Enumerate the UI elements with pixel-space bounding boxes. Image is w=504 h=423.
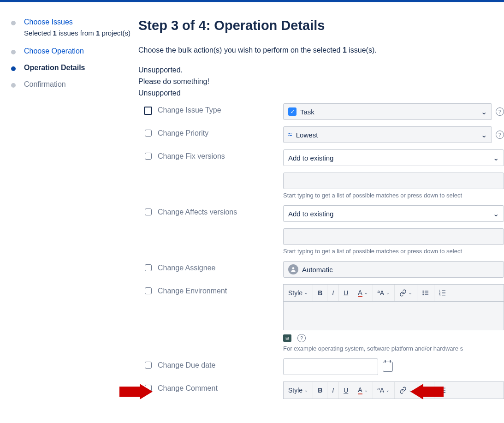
toolbar-ol-button[interactable]: 123 (434, 285, 451, 301)
step-title: Operation Details (24, 64, 138, 72)
toolbar-textcolor-button[interactable]: A⌄ (353, 285, 373, 301)
priority-lowest-icon: ≈ (288, 131, 292, 139)
toolbar-bold-button[interactable]: B (313, 285, 327, 301)
step-title[interactable]: Choose Operation (24, 47, 138, 55)
input-due-date[interactable] (283, 358, 378, 375)
toolbar-ul-button[interactable] (417, 382, 434, 399)
status-messages: Unsupported. Please do something! Unsupp… (138, 65, 504, 99)
toolbar-formula-button[interactable]: ªA⌄ (373, 285, 395, 301)
visual-tab-icon[interactable]: ⊞ (283, 334, 291, 342)
step-title[interactable]: Choose Issues (24, 18, 138, 26)
svg-point-1 (422, 291, 424, 292)
editor-toolbar: Style⌄ B I U A⌄ ªA⌄ ⌄ 123 (283, 381, 504, 399)
field-label: Change Issue Type (158, 103, 283, 114)
editor-toolbar: Style⌄ B I U A⌄ ªA⌄ ⌄ 123 (283, 284, 504, 302)
svg-text:3: 3 (439, 391, 440, 394)
page-title: Step 3 of 4: Operation Details (138, 18, 504, 33)
svg-text:3: 3 (439, 294, 440, 297)
field-label: Change Affects versions (158, 205, 283, 216)
field-change-fix-versions: Change Fix versions Add to existing ⌄ St… (138, 149, 504, 199)
checkbox-priority[interactable] (145, 130, 152, 137)
field-label: Change Fix versions (158, 149, 283, 161)
svg-rect-18 (425, 392, 428, 393)
chevron-down-icon: ⌄ (493, 154, 499, 162)
chevron-down-icon: ⌄ (493, 209, 499, 218)
svg-rect-22 (442, 390, 445, 391)
input-fix-versions[interactable] (283, 173, 504, 189)
page-description: Choose the bulk action(s) you wish to pe… (138, 46, 504, 54)
toolbar-ul-button[interactable] (417, 285, 434, 301)
field-label: Change Environment (158, 284, 283, 295)
step-choose-operation[interactable]: Choose Operation (11, 47, 138, 55)
svg-rect-4 (425, 293, 428, 293)
svg-rect-6 (425, 295, 428, 295)
help-icon[interactable]: ? (297, 334, 306, 342)
select-issue-type[interactable]: ✓ Task ⌄ (283, 103, 492, 120)
checkbox-due-date[interactable] (145, 362, 152, 369)
step-title: Confirmation (24, 80, 138, 89)
checkbox-affects-versions[interactable] (145, 209, 152, 215)
wizard-steps-sidebar: Choose Issues Selected 1 issues from 1 p… (11, 18, 138, 399)
checkbox-issue-type[interactable] (144, 107, 152, 115)
field-label: Change Comment (158, 381, 283, 393)
toolbar-style-button[interactable]: Style⌄ (284, 285, 313, 301)
chevron-down-icon: ⌄ (481, 107, 487, 116)
field-change-environment: Change Environment Style⌄ B I U A⌄ ªA⌄ ⌄… (138, 284, 504, 352)
svg-point-3 (422, 292, 424, 294)
toolbar-ol-button[interactable]: 123 (434, 382, 451, 399)
toolbar-underline-button[interactable]: U (339, 285, 353, 301)
help-icon[interactable]: ? (496, 131, 504, 139)
task-icon: ✓ (288, 107, 296, 116)
field-change-assignee: Change Assignee Automatic (138, 261, 504, 278)
toolbar-link-button[interactable]: ⌄ (395, 382, 417, 399)
toolbar-underline-button[interactable]: U (339, 382, 353, 399)
hint-text: Start typing to get a list of possible m… (283, 192, 504, 199)
step-dot-icon (11, 66, 16, 71)
hint-text: Start typing to get a list of possible m… (283, 248, 504, 255)
field-change-issue-type: Change Issue Type ✓ Task ⌄ ? (138, 103, 504, 120)
checkbox-fix-versions[interactable] (145, 153, 152, 160)
field-label: Change Priority (158, 126, 283, 137)
field-label: Change Assignee (158, 261, 283, 272)
toolbar-link-button[interactable]: ⌄ (395, 285, 417, 301)
field-change-priority: Change Priority ≈ Lowest ⌄ ? (138, 126, 504, 143)
toolbar-formula-button[interactable]: ªA⌄ (373, 382, 395, 399)
field-change-affects-versions: Change Affects versions Add to existing … (138, 205, 504, 255)
svg-point-17 (422, 392, 424, 393)
svg-rect-12 (442, 295, 445, 295)
step-operation-details: Operation Details (11, 64, 138, 72)
toolbar-italic-button[interactable]: I (327, 285, 339, 301)
calendar-icon[interactable] (383, 362, 393, 372)
checkbox-comment[interactable] (145, 385, 152, 392)
input-affects-versions[interactable] (283, 228, 504, 245)
svg-rect-8 (442, 291, 445, 291)
select-fix-versions-mode[interactable]: Add to existing ⌄ (283, 149, 504, 166)
step-dot-icon (11, 21, 16, 25)
checkbox-environment[interactable] (145, 287, 152, 294)
toolbar-bold-button[interactable]: B (313, 382, 327, 399)
select-assignee[interactable]: Automatic (283, 261, 504, 278)
svg-rect-2 (425, 291, 428, 292)
svg-rect-24 (442, 392, 445, 393)
step-choose-issues[interactable]: Choose Issues Selected 1 issues from 1 p… (11, 18, 138, 39)
main-content: Step 3 of 4: Operation Details Choose th… (138, 18, 504, 399)
chevron-down-icon: ⌄ (481, 131, 487, 139)
svg-point-5 (422, 294, 424, 296)
svg-rect-14 (425, 388, 428, 389)
svg-rect-16 (425, 390, 428, 391)
field-change-comment: Change Comment Style⌄ B I U A⌄ ªA⌄ ⌄ 123 (138, 381, 504, 399)
select-affects-versions-mode[interactable]: Add to existing ⌄ (283, 205, 504, 222)
field-change-due-date: Change Due date (138, 358, 504, 375)
checkbox-assignee[interactable] (145, 264, 152, 271)
toolbar-textcolor-button[interactable]: A⌄ (353, 382, 373, 399)
select-priority[interactable]: ≈ Lowest ⌄ (283, 126, 492, 143)
hint-text: For example operating system, software p… (283, 345, 504, 352)
step-dot-icon (11, 50, 16, 54)
svg-rect-10 (442, 293, 445, 293)
help-icon[interactable]: ? (496, 107, 504, 116)
person-icon (288, 264, 298, 274)
field-label: Change Due date (158, 358, 283, 369)
toolbar-style-button[interactable]: Style⌄ (284, 382, 313, 399)
toolbar-italic-button[interactable]: I (327, 382, 339, 399)
editor-environment[interactable] (283, 302, 504, 330)
